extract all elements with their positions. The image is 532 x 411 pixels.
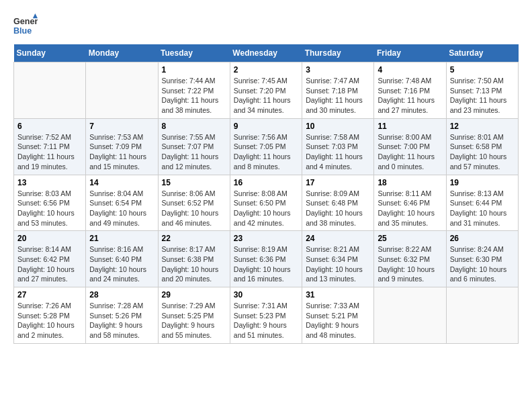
day-info: Sunrise: 8:17 AM Sunset: 6:38 PM Dayligh…	[162, 244, 226, 284]
day-info: Sunrise: 7:47 AM Sunset: 7:18 PM Dayligh…	[306, 76, 370, 116]
calendar-week-3: 20Sunrise: 8:14 AM Sunset: 6:42 PM Dayli…	[14, 231, 519, 287]
day-info: Sunrise: 8:01 AM Sunset: 6:58 PM Dayligh…	[450, 132, 515, 172]
calendar-header-monday: Monday	[86, 44, 158, 62]
calendar-header-saturday: Saturday	[446, 44, 518, 62]
calendar-cell: 10Sunrise: 7:58 AM Sunset: 7:03 PM Dayli…	[302, 118, 374, 175]
calendar-cell: 28Sunrise: 7:28 AM Sunset: 5:26 PM Dayli…	[86, 287, 158, 344]
calendar-table: SundayMondayTuesdayWednesdayThursdayFrid…	[13, 44, 519, 344]
calendar-cell: 23Sunrise: 8:19 AM Sunset: 6:36 PM Dayli…	[230, 231, 302, 287]
calendar-cell: 3Sunrise: 7:47 AM Sunset: 7:18 PM Daylig…	[302, 62, 374, 119]
calendar-week-2: 13Sunrise: 8:03 AM Sunset: 6:56 PM Dayli…	[14, 175, 519, 231]
day-info: Sunrise: 7:53 AM Sunset: 7:09 PM Dayligh…	[89, 132, 154, 172]
calendar-cell: 17Sunrise: 8:09 AM Sunset: 6:48 PM Dayli…	[302, 175, 374, 231]
calendar-cell: 12Sunrise: 8:01 AM Sunset: 6:58 PM Dayli…	[446, 118, 518, 175]
day-info: Sunrise: 7:26 AM Sunset: 5:28 PM Dayligh…	[17, 301, 82, 340]
calendar-cell: 22Sunrise: 8:17 AM Sunset: 6:38 PM Dayli…	[158, 231, 230, 287]
day-info: Sunrise: 7:52 AM Sunset: 7:11 PM Dayligh…	[17, 132, 82, 172]
day-number: 20	[17, 234, 82, 243]
day-info: Sunrise: 8:16 AM Sunset: 6:40 PM Dayligh…	[89, 244, 154, 284]
day-number: 7	[89, 122, 154, 131]
calendar-cell: 5Sunrise: 7:50 AM Sunset: 7:13 PM Daylig…	[446, 62, 518, 119]
day-info: Sunrise: 7:31 AM Sunset: 5:23 PM Dayligh…	[234, 301, 298, 340]
day-number: 4	[378, 65, 442, 75]
day-number: 31	[306, 290, 370, 300]
day-info: Sunrise: 7:55 AM Sunset: 7:07 PM Dayligh…	[162, 132, 226, 172]
day-info: Sunrise: 8:14 AM Sunset: 6:42 PM Dayligh…	[17, 244, 82, 284]
day-info: Sunrise: 7:45 AM Sunset: 7:20 PM Dayligh…	[234, 76, 298, 116]
calendar-week-1: 6Sunrise: 7:52 AM Sunset: 7:11 PM Daylig…	[14, 118, 519, 175]
day-number: 28	[89, 290, 154, 300]
day-info: Sunrise: 8:22 AM Sunset: 6:32 PM Dayligh…	[378, 244, 442, 284]
calendar-cell: 8Sunrise: 7:55 AM Sunset: 7:07 PM Daylig…	[158, 118, 230, 175]
day-info: Sunrise: 8:04 AM Sunset: 6:54 PM Dayligh…	[89, 189, 154, 228]
day-number: 21	[89, 234, 154, 243]
header: General Blue	[13, 13, 519, 38]
day-number: 5	[450, 65, 515, 75]
calendar-cell: 25Sunrise: 8:22 AM Sunset: 6:32 PM Dayli…	[374, 231, 446, 287]
day-number: 18	[378, 178, 442, 187]
day-number: 19	[450, 178, 515, 187]
calendar-cell: 27Sunrise: 7:26 AM Sunset: 5:28 PM Dayli…	[14, 287, 86, 344]
svg-text:Blue: Blue	[13, 26, 32, 36]
day-number: 6	[17, 122, 82, 131]
day-info: Sunrise: 7:56 AM Sunset: 7:05 PM Dayligh…	[234, 132, 298, 172]
calendar-cell: 19Sunrise: 8:13 AM Sunset: 6:44 PM Dayli…	[446, 175, 518, 231]
calendar-cell: 20Sunrise: 8:14 AM Sunset: 6:42 PM Dayli…	[14, 231, 86, 287]
calendar-cell	[14, 62, 86, 119]
calendar-cell	[446, 287, 518, 344]
day-info: Sunrise: 8:00 AM Sunset: 7:00 PM Dayligh…	[378, 132, 442, 172]
calendar-header-tuesday: Tuesday	[158, 44, 230, 62]
day-info: Sunrise: 7:33 AM Sunset: 5:21 PM Dayligh…	[306, 301, 370, 340]
day-number: 13	[17, 178, 82, 187]
day-info: Sunrise: 8:24 AM Sunset: 6:30 PM Dayligh…	[450, 244, 515, 284]
calendar-week-4: 27Sunrise: 7:26 AM Sunset: 5:28 PM Dayli…	[14, 287, 519, 344]
calendar-header-thursday: Thursday	[302, 44, 374, 62]
day-info: Sunrise: 8:19 AM Sunset: 6:36 PM Dayligh…	[234, 244, 298, 284]
calendar-cell: 18Sunrise: 8:11 AM Sunset: 6:46 PM Dayli…	[374, 175, 446, 231]
calendar-cell: 26Sunrise: 8:24 AM Sunset: 6:30 PM Dayli…	[446, 231, 518, 287]
calendar-cell: 31Sunrise: 7:33 AM Sunset: 5:21 PM Dayli…	[302, 287, 374, 344]
day-number: 1	[162, 65, 226, 75]
day-info: Sunrise: 8:06 AM Sunset: 6:52 PM Dayligh…	[162, 189, 226, 228]
day-info: Sunrise: 8:08 AM Sunset: 6:50 PM Dayligh…	[234, 189, 298, 228]
day-number: 26	[450, 234, 515, 243]
calendar-cell	[374, 287, 446, 344]
calendar-cell: 1Sunrise: 7:44 AM Sunset: 7:22 PM Daylig…	[158, 62, 230, 119]
day-number: 22	[162, 234, 226, 243]
day-number: 16	[234, 178, 298, 187]
day-info: Sunrise: 7:50 AM Sunset: 7:13 PM Dayligh…	[450, 76, 515, 116]
calendar-cell: 30Sunrise: 7:31 AM Sunset: 5:23 PM Dayli…	[230, 287, 302, 344]
day-info: Sunrise: 8:13 AM Sunset: 6:44 PM Dayligh…	[450, 189, 515, 228]
svg-text:General: General	[13, 17, 38, 26]
day-info: Sunrise: 8:09 AM Sunset: 6:48 PM Dayligh…	[306, 189, 370, 228]
day-number: 25	[378, 234, 442, 243]
day-info: Sunrise: 8:11 AM Sunset: 6:46 PM Dayligh…	[378, 189, 442, 228]
day-number: 30	[234, 290, 298, 300]
calendar-cell: 7Sunrise: 7:53 AM Sunset: 7:09 PM Daylig…	[86, 118, 158, 175]
calendar-cell: 6Sunrise: 7:52 AM Sunset: 7:11 PM Daylig…	[14, 118, 86, 175]
calendar-cell: 29Sunrise: 7:29 AM Sunset: 5:25 PM Dayli…	[158, 287, 230, 344]
day-info: Sunrise: 7:29 AM Sunset: 5:25 PM Dayligh…	[162, 301, 226, 340]
day-number: 10	[306, 122, 370, 131]
calendar-cell: 11Sunrise: 8:00 AM Sunset: 7:00 PM Dayli…	[374, 118, 446, 175]
day-info: Sunrise: 8:03 AM Sunset: 6:56 PM Dayligh…	[17, 189, 82, 228]
day-number: 9	[234, 122, 298, 131]
calendar-cell: 15Sunrise: 8:06 AM Sunset: 6:52 PM Dayli…	[158, 175, 230, 231]
calendar-cell	[86, 62, 158, 119]
calendar-header-wednesday: Wednesday	[230, 44, 302, 62]
calendar-header-friday: Friday	[374, 44, 446, 62]
day-number: 11	[378, 122, 442, 131]
day-number: 24	[306, 234, 370, 243]
calendar-cell: 21Sunrise: 8:16 AM Sunset: 6:40 PM Dayli…	[86, 231, 158, 287]
svg-marker-2	[33, 13, 38, 18]
calendar-cell: 16Sunrise: 8:08 AM Sunset: 6:50 PM Dayli…	[230, 175, 302, 231]
day-number: 12	[450, 122, 515, 131]
calendar-week-0: 1Sunrise: 7:44 AM Sunset: 7:22 PM Daylig…	[14, 62, 519, 119]
day-number: 29	[162, 290, 226, 300]
calendar-cell: 24Sunrise: 8:21 AM Sunset: 6:34 PM Dayli…	[302, 231, 374, 287]
calendar-cell: 9Sunrise: 7:56 AM Sunset: 7:05 PM Daylig…	[230, 118, 302, 175]
day-number: 3	[306, 65, 370, 75]
day-number: 14	[89, 178, 154, 187]
day-number: 15	[162, 178, 226, 187]
calendar-header-row: SundayMondayTuesdayWednesdayThursdayFrid…	[14, 44, 519, 62]
